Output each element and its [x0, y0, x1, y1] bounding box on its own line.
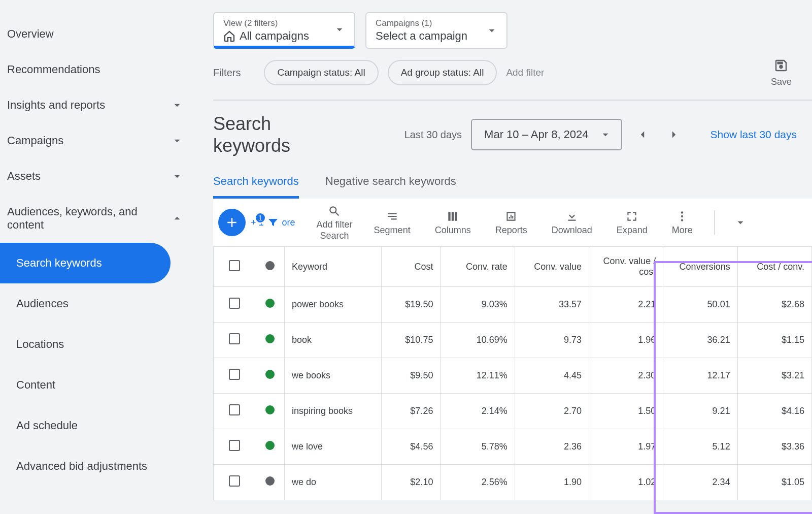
columns-icon	[446, 210, 459, 223]
table-row[interactable]: inspiring books$7.262.14%2.701.509.21$4.…	[214, 394, 812, 429]
chevron-down-icon	[485, 24, 498, 37]
annotation-arrow-icon	[193, 284, 213, 396]
header-conv-rate[interactable]: Conv. rate	[441, 247, 515, 287]
reports-button[interactable]: Reports	[483, 210, 539, 236]
scope-view-top: View (2 filters)	[223, 18, 323, 28]
row-checkbox-cell	[214, 394, 256, 429]
date-range-picker[interactable]: Mar 10 – Apr 8, 2024	[471, 119, 622, 150]
show-last-30-days-link[interactable]: Show last 30 days	[710, 127, 797, 142]
sidebar-item-advanced-bid[interactable]: Advanced bid adjustments	[0, 446, 193, 487]
row-checkbox-cell	[214, 358, 256, 394]
more-vert-icon	[675, 210, 689, 223]
chevron-down-icon	[333, 23, 346, 36]
date-range-value: Mar 10 – Apr 8, 2024	[484, 128, 588, 141]
table-row[interactable]: book$10.7510.69%9.731.9636.21$1.15	[214, 323, 812, 358]
cell-conv-rate: 12.11%	[441, 358, 515, 394]
scope-campaign-dropdown[interactable]: Campaigns (1) Select a campaign	[365, 12, 507, 49]
table-row[interactable]: we books$9.5012.11%4.452.3012.17$3.21	[214, 358, 812, 394]
header-status	[255, 247, 284, 287]
cell-conv-value: 1.90	[515, 465, 589, 500]
header-conv-value-cost[interactable]: Conv. value / cost	[589, 247, 663, 287]
chevron-down-icon	[734, 216, 747, 229]
select-all-checkbox[interactable]	[229, 260, 240, 271]
cell-cost-conv: $2.68	[737, 287, 811, 323]
filters-label: Filters	[213, 67, 241, 79]
tool-label: Segment	[374, 225, 411, 236]
more-button[interactable]: More	[660, 210, 705, 236]
sidebar-item-search-keywords[interactable]: Search keywords	[0, 243, 171, 283]
cell-cost: $10.75	[381, 323, 441, 358]
columns-button[interactable]: Columns	[423, 210, 483, 236]
download-button[interactable]: Download	[539, 210, 604, 236]
add-keyword-button[interactable]	[218, 209, 246, 236]
row-checkbox[interactable]	[229, 475, 240, 487]
sidebar-item-audiences[interactable]: Audiences	[0, 283, 193, 324]
search-filter-button[interactable]: Add filter Search	[308, 205, 362, 240]
cell-cost-conv: $1.05	[737, 465, 811, 500]
row-checkbox[interactable]	[229, 440, 240, 451]
cell-cost: $4.56	[381, 429, 441, 465]
segment-button[interactable]: Segment	[362, 210, 423, 236]
cell-cost: $19.50	[381, 287, 441, 323]
header-keyword[interactable]: Keyword	[284, 247, 381, 287]
sidebar-item-label: Content	[16, 378, 55, 392]
sidebar-item-content[interactable]: Content	[0, 365, 193, 405]
header-checkbox	[214, 247, 256, 287]
expand-button[interactable]: Expand	[604, 210, 660, 236]
row-checkbox[interactable]	[229, 333, 240, 344]
header-cost-conv[interactable]: Cost / conv.	[737, 247, 811, 287]
chevron-down-icon	[599, 128, 612, 141]
header-cost[interactable]: Cost	[381, 247, 441, 287]
header-conversions[interactable]: Conversions	[663, 247, 737, 287]
row-checkbox[interactable]	[229, 404, 240, 415]
add-filter-button[interactable]: Add filter	[506, 67, 544, 78]
cell-keyword: inspiring books	[284, 394, 381, 429]
save-button[interactable]: Save	[771, 58, 812, 87]
table-row[interactable]: we love$4.565.78%2.361.975.12$3.36	[214, 429, 812, 465]
date-prev-button[interactable]	[631, 123, 654, 146]
sidebar-item-overview[interactable]: Overview	[0, 16, 193, 52]
table-row[interactable]: power books$19.509.03%33.572.2150.01$2.6…	[214, 287, 812, 323]
collapse-toolbar-button[interactable]	[729, 211, 752, 234]
date-next-button[interactable]	[663, 123, 685, 146]
status-dot-icon	[265, 476, 275, 486]
cell-conv-rate: 2.56%	[441, 465, 515, 500]
table-row[interactable]: we do$2.102.56%1.901.022.34$1.05	[214, 465, 812, 500]
chevron-down-icon	[171, 134, 184, 147]
header-conv-value[interactable]: Conv. value	[515, 247, 589, 287]
sidebar-item-insights[interactable]: Insights and reports	[0, 87, 193, 123]
row-checkbox[interactable]	[229, 298, 240, 309]
status-dot-icon	[265, 261, 275, 270]
tab-search-keywords[interactable]: Search keywords	[213, 175, 299, 199]
header-row: Search keywords Last 30 days Mar 10 – Ap…	[213, 113, 812, 156]
date-preset-label: Last 30 days	[404, 129, 462, 141]
save-icon	[773, 58, 789, 73]
row-checkbox[interactable]	[229, 369, 240, 380]
cell-conversions: 12.17	[663, 358, 737, 394]
sidebar-item-audiences-keywords-content[interactable]: Audiences, keywords, and content	[0, 194, 193, 243]
cell-conv-value: 2.70	[515, 394, 589, 429]
sidebar-item-assets[interactable]: Assets	[0, 158, 193, 194]
sidebar-item-locations[interactable]: Locations	[0, 324, 193, 365]
cell-keyword: power books	[284, 287, 381, 323]
cell-keyword: we do	[284, 465, 381, 500]
more-filter-suffix: ore	[282, 217, 295, 228]
tab-negative-keywords[interactable]: Negative search keywords	[325, 175, 456, 199]
cell-conv-value: 9.73	[515, 323, 589, 358]
cell-cost: $2.10	[381, 465, 441, 500]
scope-view-dropdown[interactable]: View (2 filters) All campaigns	[213, 12, 355, 49]
tool-label: More	[672, 225, 693, 236]
home-icon	[223, 30, 235, 42]
applied-filter-button[interactable]: + 1 ore 1	[251, 216, 295, 229]
sidebar-item-recommendations[interactable]: Recommendations	[0, 52, 193, 87]
sidebar-item-campaigns[interactable]: Campaigns	[0, 123, 193, 158]
filter-chip-campaign-status[interactable]: Campaign status: All	[264, 60, 378, 85]
sidebar-item-label: Audiences, keywords, and content	[7, 205, 149, 232]
cell-cost-conv: $4.16	[737, 394, 811, 429]
download-icon	[565, 210, 579, 223]
row-status-cell	[255, 358, 284, 394]
cell-conv-value: 4.45	[515, 358, 589, 394]
filter-chip-adgroup-status[interactable]: Ad group status: All	[388, 60, 497, 85]
tool-label: Expand	[617, 225, 648, 236]
sidebar-item-ad-schedule[interactable]: Ad schedule	[0, 405, 193, 446]
